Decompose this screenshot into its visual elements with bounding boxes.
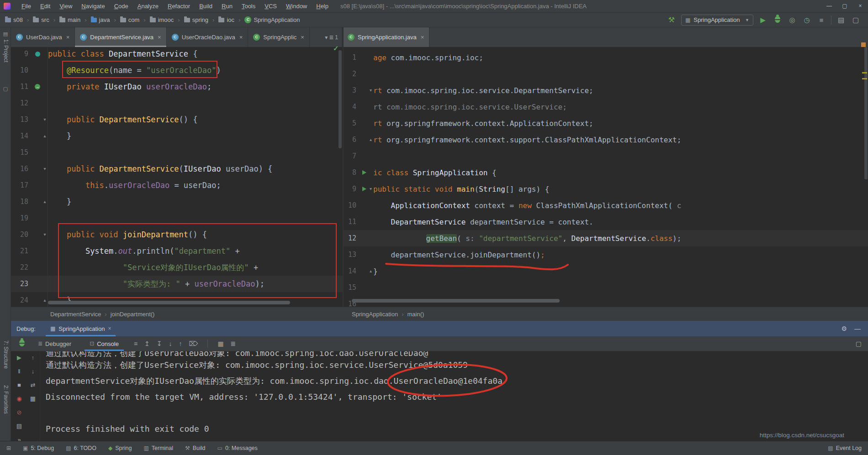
breadcrumb-element[interactable]: SpringApplication — [352, 307, 398, 321]
sidebar-item-structure[interactable]: 7: Structure — [3, 340, 9, 369]
line-number[interactable]: 8 — [344, 168, 360, 177]
line-number[interactable]: 3 — [344, 86, 360, 94]
window-minimize-button[interactable]: — — [821, 0, 837, 12]
profiler-icon[interactable]: ◷ — [803, 16, 811, 24]
fold-marker[interactable]: ▴ — [42, 128, 48, 144]
print-icon[interactable]: ▤ — [15, 423, 24, 429]
breadcrumb-element[interactable]: joinDepartment() — [111, 307, 155, 321]
line-number[interactable]: 21 — [11, 247, 33, 255]
status-item-0-messages[interactable]: ▭0: Messages — [217, 445, 258, 451]
debug-session-tab[interactable]: ▦ SpringApplication × — [46, 321, 116, 336]
left-editor-vscrollbar[interactable] — [339, 50, 342, 148]
line-number[interactable]: 9 — [11, 50, 33, 58]
menu-item-edit[interactable]: Edit — [36, 3, 55, 10]
fold-marker[interactable]: ▾ — [42, 226, 48, 243]
breadcrumb-item-s08[interactable]: s08 — [4, 16, 24, 24]
line-number[interactable]: 1 — [344, 53, 360, 62]
sidebar-item-project[interactable]: 1: Project — [3, 39, 9, 63]
line-number[interactable]: 20 — [11, 230, 33, 239]
run-gutter-icon[interactable] — [360, 170, 368, 175]
tab-springapplication-java[interactable]: CSpringApplication.java× — [343, 27, 429, 47]
close-icon[interactable]: × — [239, 34, 243, 41]
fold-marker[interactable]: ▾ — [368, 181, 373, 197]
right-editor-vscrollbar[interactable] — [864, 47, 868, 179]
up-stack-icon[interactable]: ↑ — [28, 354, 37, 361]
console-grid-icon[interactable]: ▦ — [28, 395, 37, 402]
fold-marker[interactable]: ▾ — [42, 111, 48, 128]
line-number[interactable]: 14 — [11, 132, 33, 140]
line-number[interactable]: 9 — [344, 185, 360, 193]
close-icon[interactable]: × — [66, 34, 70, 41]
breadcrumb-item-com[interactable]: com — [119, 16, 141, 24]
menu-item-run[interactable]: Run — [217, 3, 237, 10]
window-maximize-button[interactable]: ▢ — [837, 0, 852, 12]
watermark-link[interactable]: https://blog.csdn.net/csucsgoat — [760, 432, 844, 439]
breadcrumb-item-spring[interactable]: spring — [183, 16, 210, 24]
line-number[interactable]: 15 — [344, 283, 360, 292]
restore-layout-icon[interactable]: ▢ — [856, 340, 868, 347]
menu-item-window[interactable]: Window — [281, 3, 312, 10]
run-configuration-select[interactable]: ▦ SpringApplication ▼ — [681, 15, 753, 26]
clear-icon[interactable]: ⌦ — [189, 340, 198, 347]
status-item-terminal[interactable]: ▥Terminal — [143, 445, 173, 451]
tab-springapplic[interactable]: CSpringApplic× — [248, 27, 310, 47]
breadcrumb-item-ioc[interactable]: ioc — [217, 16, 236, 24]
build-hammer-icon[interactable]: ⚒ — [667, 16, 676, 24]
breadcrumb-item-main[interactable]: main — [58, 16, 82, 24]
line-number[interactable]: 24 — [11, 296, 33, 304]
debug-icon[interactable] — [773, 16, 782, 24]
debug-console-output[interactable]: 通过默认构造方法，创建了UserOracleDao对象: com.imooc.s… — [40, 351, 868, 441]
stop-square-icon[interactable]: ■ — [15, 382, 24, 388]
line-number[interactable]: 23 — [11, 280, 33, 288]
scroll-to-bottom-icon[interactable]: ↧ — [157, 340, 162, 347]
line-number[interactable]: 13 — [344, 251, 360, 259]
menu-item-help[interactable]: Help — [312, 3, 333, 10]
run-gutter-icon[interactable] — [360, 187, 368, 191]
breadcrumb-element[interactable]: DepartmentService — [50, 307, 101, 321]
status-item-build[interactable]: ⚒Build — [185, 445, 206, 451]
fold-marker[interactable]: ▾ — [42, 161, 48, 177]
status-item-spring[interactable]: ◆Spring — [108, 445, 132, 451]
project-tool-icon[interactable]: ▤ — [2, 31, 9, 37]
menu-item-tools[interactable]: Tools — [237, 3, 260, 10]
status-item-5-debug[interactable]: ▣5: Debug — [23, 445, 54, 451]
tab-console[interactable]: ⊡Console — [85, 336, 124, 351]
left-editor-hscrollbar[interactable] — [48, 301, 290, 304]
line-number[interactable]: 7 — [344, 152, 360, 160]
project-structure-icon[interactable]: ▤ — [837, 16, 845, 24]
status-event-log[interactable]: ▤ Event Log — [828, 445, 862, 451]
line-number[interactable]: 14 — [344, 267, 360, 275]
menu-item-build[interactable]: Build — [195, 3, 217, 10]
right-editor-hscrollbar[interactable] — [352, 299, 560, 303]
view-breakpoints-icon[interactable]: ◉ — [15, 395, 24, 402]
fold-marker[interactable]: ▴ — [368, 263, 373, 279]
breadcrumb-item-springapplication[interactable]: CSpringApplication — [243, 16, 301, 24]
tab-useroracledao-java[interactable]: CUserOracleDao.java× — [167, 27, 249, 47]
breadcrumb-item-src[interactable]: src — [32, 16, 50, 24]
line-number[interactable]: 19 — [11, 214, 33, 222]
menu-item-analyze[interactable]: Analyze — [133, 3, 163, 10]
close-icon[interactable]: × — [421, 34, 424, 41]
close-icon[interactable]: × — [158, 34, 161, 41]
line-number[interactable]: 13 — [11, 115, 33, 124]
menu-item-view[interactable]: View — [55, 3, 77, 10]
gear-icon[interactable]: ⚙ — [841, 325, 847, 332]
line-number[interactable]: 18 — [11, 198, 33, 206]
editor-spring-application[interactable]: 1age com.imooc.spring.ioc;23▾rt com.imoo… — [344, 47, 868, 307]
close-icon[interactable]: × — [108, 325, 111, 332]
fold-marker[interactable]: ▾ — [368, 82, 373, 99]
coverage-icon[interactable]: ◎ — [788, 16, 796, 24]
line-number[interactable]: 6 — [344, 136, 360, 144]
line-number[interactable]: 15 — [11, 148, 33, 157]
menu-item-navigate[interactable]: Navigate — [77, 3, 109, 10]
close-icon[interactable]: × — [301, 34, 304, 41]
tool-window-switcher[interactable]: ⊞ — [6, 445, 11, 451]
line-number[interactable]: 11 — [11, 83, 33, 91]
menu-item-code[interactable]: Code — [110, 3, 133, 10]
line-number[interactable]: 11 — [344, 218, 360, 226]
menu-item-file[interactable]: File — [17, 3, 36, 10]
line-number[interactable]: 4 — [344, 103, 360, 111]
editor-department-service[interactable]: 9public class DepartmentService {10 @Res… — [11, 47, 343, 307]
run-icon[interactable]: ▶ — [759, 16, 767, 24]
breadcrumb-element[interactable]: main() — [408, 307, 424, 321]
